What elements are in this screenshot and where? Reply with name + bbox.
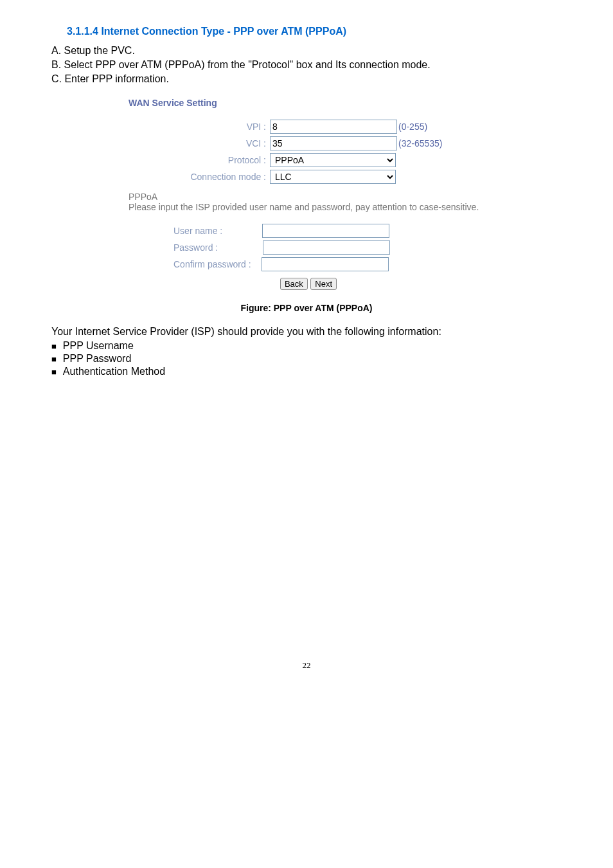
password-row: Password : <box>129 240 488 255</box>
step-c: C. Enter PPP information. <box>51 73 562 85</box>
pppoa-note: Please input the ISP provided user name … <box>129 202 488 212</box>
password-input[interactable] <box>263 240 390 255</box>
bullet-ppp-username: PPP Username <box>51 340 562 352</box>
page-number: 22 <box>51 660 562 671</box>
step-b: B. Select PPP over ATM (PPPoA) from the … <box>51 59 562 71</box>
section-heading: 3.1.1.4 Internet Connection Type - PPP o… <box>67 26 562 37</box>
vci-input[interactable] <box>270 136 397 150</box>
username-label: User name : <box>173 226 226 236</box>
protocol-select[interactable]: PPPoA <box>270 153 396 167</box>
info-line: Your Internet Service Provider (ISP) sho… <box>51 326 562 338</box>
vci-row: VCI : (32-65535) <box>129 136 488 150</box>
button-row: Back Next <box>129 278 488 290</box>
username-row: User name : <box>129 224 488 238</box>
vpi-hint: (0-255) <box>398 122 427 132</box>
vpi-row: VPI : (0-255) <box>129 120 488 134</box>
password-label: Password : <box>173 242 222 253</box>
connection-mode-select[interactable]: LLC <box>270 170 396 184</box>
pppoa-block: PPPoA Please input the ISP provided user… <box>129 192 488 212</box>
protocol-row: Protocol : PPPoA <box>129 153 488 167</box>
vpi-label: VPI : <box>129 122 270 132</box>
connection-mode-label: Connection mode : <box>129 172 270 182</box>
pppoa-title: PPPoA <box>129 192 488 202</box>
protocol-label: Protocol : <box>129 155 270 165</box>
vci-hint: (32-65535) <box>398 138 443 149</box>
figure-caption: Figure: PPP over ATM (PPPoA) <box>51 303 562 313</box>
confirm-password-label: Confirm password : <box>173 259 255 269</box>
step-a: A. Setup the PVC. <box>51 45 562 57</box>
next-button[interactable]: Next <box>310 278 337 290</box>
wan-service-form: WAN Service Setting VPI : (0-255) VCI : … <box>129 98 488 290</box>
back-button[interactable]: Back <box>280 278 308 290</box>
bullet-auth-method: Authentication Method <box>51 366 562 377</box>
wan-service-title: WAN Service Setting <box>129 98 488 108</box>
vci-label: VCI : <box>129 138 270 149</box>
confirm-password-input[interactable] <box>262 257 389 271</box>
vpi-input[interactable] <box>270 120 397 134</box>
confirm-password-row: Confirm password : <box>129 257 488 271</box>
connection-mode-row: Connection mode : LLC <box>129 170 488 184</box>
info-bullet-list: PPP Username PPP Password Authentication… <box>51 340 562 377</box>
bullet-ppp-password: PPP Password <box>51 353 562 365</box>
username-input[interactable] <box>262 224 389 238</box>
